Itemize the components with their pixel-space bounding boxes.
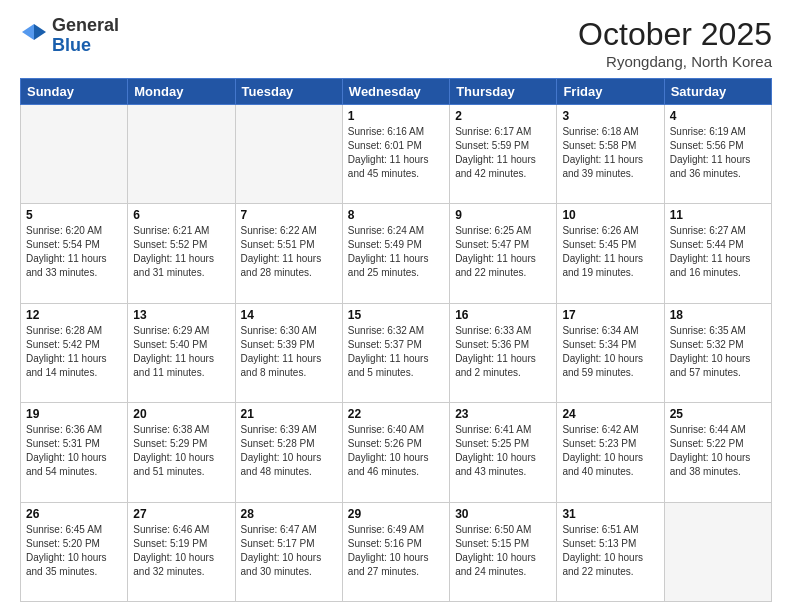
cell-info: Sunrise: 6:30 AM Sunset: 5:39 PM Dayligh… (241, 324, 337, 380)
calendar-cell: 22Sunrise: 6:40 AM Sunset: 5:26 PM Dayli… (342, 403, 449, 502)
day-number: 21 (241, 407, 337, 421)
day-number: 26 (26, 507, 122, 521)
cell-info: Sunrise: 6:19 AM Sunset: 5:56 PM Dayligh… (670, 125, 766, 181)
calendar-cell: 28Sunrise: 6:47 AM Sunset: 5:17 PM Dayli… (235, 502, 342, 601)
col-sunday: Sunday (21, 79, 128, 105)
day-number: 14 (241, 308, 337, 322)
calendar-cell: 3Sunrise: 6:18 AM Sunset: 5:58 PM Daylig… (557, 105, 664, 204)
cell-info: Sunrise: 6:51 AM Sunset: 5:13 PM Dayligh… (562, 523, 658, 579)
calendar-cell: 7Sunrise: 6:22 AM Sunset: 5:51 PM Daylig… (235, 204, 342, 303)
calendar-cell: 11Sunrise: 6:27 AM Sunset: 5:44 PM Dayli… (664, 204, 771, 303)
calendar-header-row: Sunday Monday Tuesday Wednesday Thursday… (21, 79, 772, 105)
calendar-cell (128, 105, 235, 204)
day-number: 23 (455, 407, 551, 421)
cell-info: Sunrise: 6:46 AM Sunset: 5:19 PM Dayligh… (133, 523, 229, 579)
cell-info: Sunrise: 6:16 AM Sunset: 6:01 PM Dayligh… (348, 125, 444, 181)
day-number: 20 (133, 407, 229, 421)
cell-info: Sunrise: 6:47 AM Sunset: 5:17 PM Dayligh… (241, 523, 337, 579)
calendar-table: Sunday Monday Tuesday Wednesday Thursday… (20, 78, 772, 602)
cell-info: Sunrise: 6:20 AM Sunset: 5:54 PM Dayligh… (26, 224, 122, 280)
cell-info: Sunrise: 6:38 AM Sunset: 5:29 PM Dayligh… (133, 423, 229, 479)
day-number: 16 (455, 308, 551, 322)
calendar-cell: 12Sunrise: 6:28 AM Sunset: 5:42 PM Dayli… (21, 303, 128, 402)
day-number: 10 (562, 208, 658, 222)
day-number: 12 (26, 308, 122, 322)
calendar-week-4: 19Sunrise: 6:36 AM Sunset: 5:31 PM Dayli… (21, 403, 772, 502)
day-number: 5 (26, 208, 122, 222)
logo-text: General Blue (52, 16, 119, 56)
cell-info: Sunrise: 6:35 AM Sunset: 5:32 PM Dayligh… (670, 324, 766, 380)
calendar-cell (21, 105, 128, 204)
day-number: 27 (133, 507, 229, 521)
calendar-cell: 27Sunrise: 6:46 AM Sunset: 5:19 PM Dayli… (128, 502, 235, 601)
day-number: 7 (241, 208, 337, 222)
calendar-cell: 9Sunrise: 6:25 AM Sunset: 5:47 PM Daylig… (450, 204, 557, 303)
cell-info: Sunrise: 6:45 AM Sunset: 5:20 PM Dayligh… (26, 523, 122, 579)
cell-info: Sunrise: 6:28 AM Sunset: 5:42 PM Dayligh… (26, 324, 122, 380)
day-number: 3 (562, 109, 658, 123)
calendar-cell: 13Sunrise: 6:29 AM Sunset: 5:40 PM Dayli… (128, 303, 235, 402)
calendar-cell: 31Sunrise: 6:51 AM Sunset: 5:13 PM Dayli… (557, 502, 664, 601)
calendar-cell: 25Sunrise: 6:44 AM Sunset: 5:22 PM Dayli… (664, 403, 771, 502)
day-number: 19 (26, 407, 122, 421)
cell-info: Sunrise: 6:44 AM Sunset: 5:22 PM Dayligh… (670, 423, 766, 479)
col-saturday: Saturday (664, 79, 771, 105)
cell-info: Sunrise: 6:27 AM Sunset: 5:44 PM Dayligh… (670, 224, 766, 280)
col-wednesday: Wednesday (342, 79, 449, 105)
day-number: 1 (348, 109, 444, 123)
logo-icon (20, 22, 48, 50)
calendar-cell (664, 502, 771, 601)
calendar-week-5: 26Sunrise: 6:45 AM Sunset: 5:20 PM Dayli… (21, 502, 772, 601)
day-number: 18 (670, 308, 766, 322)
title-block: October 2025 Ryongdang, North Korea (578, 16, 772, 70)
calendar-cell: 14Sunrise: 6:30 AM Sunset: 5:39 PM Dayli… (235, 303, 342, 402)
calendar-cell: 29Sunrise: 6:49 AM Sunset: 5:16 PM Dayli… (342, 502, 449, 601)
month-title: October 2025 (578, 16, 772, 53)
calendar-cell: 26Sunrise: 6:45 AM Sunset: 5:20 PM Dayli… (21, 502, 128, 601)
cell-info: Sunrise: 6:33 AM Sunset: 5:36 PM Dayligh… (455, 324, 551, 380)
cell-info: Sunrise: 6:41 AM Sunset: 5:25 PM Dayligh… (455, 423, 551, 479)
day-number: 9 (455, 208, 551, 222)
day-number: 15 (348, 308, 444, 322)
col-tuesday: Tuesday (235, 79, 342, 105)
calendar-cell: 1Sunrise: 6:16 AM Sunset: 6:01 PM Daylig… (342, 105, 449, 204)
cell-info: Sunrise: 6:50 AM Sunset: 5:15 PM Dayligh… (455, 523, 551, 579)
header: General Blue October 2025 Ryongdang, Nor… (20, 16, 772, 70)
day-number: 8 (348, 208, 444, 222)
calendar-cell: 17Sunrise: 6:34 AM Sunset: 5:34 PM Dayli… (557, 303, 664, 402)
day-number: 17 (562, 308, 658, 322)
calendar-week-1: 1Sunrise: 6:16 AM Sunset: 6:01 PM Daylig… (21, 105, 772, 204)
location: Ryongdang, North Korea (578, 53, 772, 70)
day-number: 2 (455, 109, 551, 123)
calendar-cell: 23Sunrise: 6:41 AM Sunset: 5:25 PM Dayli… (450, 403, 557, 502)
day-number: 31 (562, 507, 658, 521)
calendar-cell: 15Sunrise: 6:32 AM Sunset: 5:37 PM Dayli… (342, 303, 449, 402)
cell-info: Sunrise: 6:32 AM Sunset: 5:37 PM Dayligh… (348, 324, 444, 380)
day-number: 4 (670, 109, 766, 123)
calendar-cell: 18Sunrise: 6:35 AM Sunset: 5:32 PM Dayli… (664, 303, 771, 402)
cell-info: Sunrise: 6:18 AM Sunset: 5:58 PM Dayligh… (562, 125, 658, 181)
cell-info: Sunrise: 6:49 AM Sunset: 5:16 PM Dayligh… (348, 523, 444, 579)
cell-info: Sunrise: 6:24 AM Sunset: 5:49 PM Dayligh… (348, 224, 444, 280)
cell-info: Sunrise: 6:34 AM Sunset: 5:34 PM Dayligh… (562, 324, 658, 380)
day-number: 24 (562, 407, 658, 421)
cell-info: Sunrise: 6:21 AM Sunset: 5:52 PM Dayligh… (133, 224, 229, 280)
day-number: 22 (348, 407, 444, 421)
col-monday: Monday (128, 79, 235, 105)
calendar-cell: 8Sunrise: 6:24 AM Sunset: 5:49 PM Daylig… (342, 204, 449, 303)
calendar-week-2: 5Sunrise: 6:20 AM Sunset: 5:54 PM Daylig… (21, 204, 772, 303)
day-number: 25 (670, 407, 766, 421)
cell-info: Sunrise: 6:22 AM Sunset: 5:51 PM Dayligh… (241, 224, 337, 280)
cell-info: Sunrise: 6:26 AM Sunset: 5:45 PM Dayligh… (562, 224, 658, 280)
cell-info: Sunrise: 6:36 AM Sunset: 5:31 PM Dayligh… (26, 423, 122, 479)
col-thursday: Thursday (450, 79, 557, 105)
cell-info: Sunrise: 6:29 AM Sunset: 5:40 PM Dayligh… (133, 324, 229, 380)
calendar-cell: 4Sunrise: 6:19 AM Sunset: 5:56 PM Daylig… (664, 105, 771, 204)
page: General Blue October 2025 Ryongdang, Nor… (0, 0, 792, 612)
calendar-cell: 24Sunrise: 6:42 AM Sunset: 5:23 PM Dayli… (557, 403, 664, 502)
cell-info: Sunrise: 6:17 AM Sunset: 5:59 PM Dayligh… (455, 125, 551, 181)
day-number: 11 (670, 208, 766, 222)
day-number: 30 (455, 507, 551, 521)
calendar-cell: 2Sunrise: 6:17 AM Sunset: 5:59 PM Daylig… (450, 105, 557, 204)
day-number: 6 (133, 208, 229, 222)
